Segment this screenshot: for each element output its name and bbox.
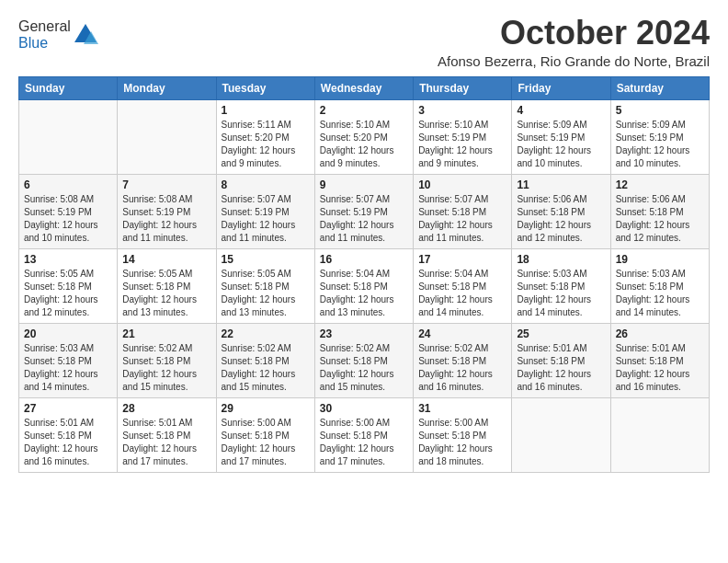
page-header: General Blue October 2024 Afonso Bezerra…	[18, 15, 710, 69]
calendar-cell: 11Sunrise: 5:06 AM Sunset: 5:18 PM Dayli…	[512, 174, 610, 248]
logo-general-text: General	[18, 18, 71, 34]
day-info: Sunrise: 5:06 AM Sunset: 5:18 PM Dayligh…	[517, 193, 605, 245]
day-number: 28	[122, 402, 210, 415]
calendar-cell: 3Sunrise: 5:10 AM Sunset: 5:19 PM Daylig…	[414, 99, 512, 174]
logo-blue-text: Blue	[18, 35, 48, 51]
calendar-week-row: 1Sunrise: 5:11 AM Sunset: 5:20 PM Daylig…	[19, 99, 710, 174]
day-of-week-header: Friday	[512, 76, 610, 99]
logo-icon	[73, 22, 98, 48]
day-info: Sunrise: 5:07 AM Sunset: 5:19 PM Dayligh…	[222, 193, 310, 245]
day-number: 15	[222, 253, 310, 266]
day-number: 11	[517, 178, 605, 191]
day-info: Sunrise: 5:02 AM Sunset: 5:18 PM Dayligh…	[222, 342, 310, 394]
title-block: October 2024 Afonso Bezerra, Rio Grande …	[438, 15, 710, 69]
calendar-cell: 14Sunrise: 5:05 AM Sunset: 5:18 PM Dayli…	[118, 248, 216, 323]
day-number: 7	[122, 178, 210, 191]
day-number: 8	[222, 178, 310, 191]
calendar-cell: 24Sunrise: 5:02 AM Sunset: 5:18 PM Dayli…	[414, 323, 512, 397]
day-number: 20	[24, 327, 112, 340]
day-of-week-header: Thursday	[414, 76, 512, 99]
day-info: Sunrise: 5:05 AM Sunset: 5:18 PM Dayligh…	[122, 268, 210, 319]
day-number: 14	[122, 253, 210, 266]
calendar-cell: 31Sunrise: 5:00 AM Sunset: 5:18 PM Dayli…	[414, 397, 512, 472]
day-number: 4	[517, 104, 605, 117]
calendar-cell: 7Sunrise: 5:08 AM Sunset: 5:19 PM Daylig…	[118, 174, 216, 248]
day-number: 6	[24, 178, 112, 191]
day-info: Sunrise: 5:10 AM Sunset: 5:19 PM Dayligh…	[418, 119, 506, 170]
day-of-week-header: Wednesday	[314, 76, 413, 99]
day-info: Sunrise: 5:01 AM Sunset: 5:18 PM Dayligh…	[122, 417, 210, 468]
calendar-cell: 28Sunrise: 5:01 AM Sunset: 5:18 PM Dayli…	[118, 397, 216, 472]
day-number: 17	[418, 253, 506, 266]
calendar-cell: 5Sunrise: 5:09 AM Sunset: 5:19 PM Daylig…	[610, 99, 709, 174]
day-info: Sunrise: 5:04 AM Sunset: 5:18 PM Dayligh…	[418, 268, 506, 319]
day-number: 30	[320, 402, 408, 415]
day-of-week-header: Monday	[118, 76, 216, 99]
calendar-cell: 18Sunrise: 5:03 AM Sunset: 5:18 PM Dayli…	[512, 248, 610, 323]
calendar-cell: 6Sunrise: 5:08 AM Sunset: 5:19 PM Daylig…	[19, 174, 118, 248]
day-number: 18	[517, 253, 605, 266]
calendar-week-row: 20Sunrise: 5:03 AM Sunset: 5:18 PM Dayli…	[19, 323, 710, 397]
calendar-cell	[512, 397, 610, 472]
day-number: 16	[320, 253, 408, 266]
day-number: 26	[616, 327, 704, 340]
day-number: 2	[320, 104, 408, 117]
day-info: Sunrise: 5:08 AM Sunset: 5:19 PM Dayligh…	[122, 193, 210, 245]
calendar-cell: 15Sunrise: 5:05 AM Sunset: 5:18 PM Dayli…	[216, 248, 314, 323]
day-number: 22	[222, 327, 310, 340]
day-number: 13	[24, 253, 112, 266]
day-number: 9	[320, 178, 408, 191]
day-number: 3	[418, 104, 506, 117]
calendar-cell: 10Sunrise: 5:07 AM Sunset: 5:18 PM Dayli…	[414, 174, 512, 248]
day-info: Sunrise: 5:06 AM Sunset: 5:18 PM Dayligh…	[616, 193, 704, 245]
calendar-cell: 13Sunrise: 5:05 AM Sunset: 5:18 PM Dayli…	[19, 248, 118, 323]
day-info: Sunrise: 5:09 AM Sunset: 5:19 PM Dayligh…	[517, 119, 605, 170]
day-info: Sunrise: 5:02 AM Sunset: 5:18 PM Dayligh…	[418, 342, 506, 394]
day-info: Sunrise: 5:03 AM Sunset: 5:18 PM Dayligh…	[616, 268, 704, 319]
day-number: 25	[517, 327, 605, 340]
calendar-cell: 2Sunrise: 5:10 AM Sunset: 5:20 PM Daylig…	[314, 99, 413, 174]
calendar-cell: 4Sunrise: 5:09 AM Sunset: 5:19 PM Daylig…	[512, 99, 610, 174]
day-of-week-header: Saturday	[610, 76, 709, 99]
day-number: 1	[222, 104, 310, 117]
calendar-week-row: 6Sunrise: 5:08 AM Sunset: 5:19 PM Daylig…	[19, 174, 710, 248]
calendar-table: SundayMondayTuesdayWednesdayThursdayFrid…	[18, 76, 710, 473]
day-info: Sunrise: 5:01 AM Sunset: 5:18 PM Dayligh…	[517, 342, 605, 394]
calendar-cell: 23Sunrise: 5:02 AM Sunset: 5:18 PM Dayli…	[314, 323, 413, 397]
calendar-week-row: 13Sunrise: 5:05 AM Sunset: 5:18 PM Dayli…	[19, 248, 710, 323]
day-info: Sunrise: 5:11 AM Sunset: 5:20 PM Dayligh…	[222, 119, 310, 170]
calendar-cell: 8Sunrise: 5:07 AM Sunset: 5:19 PM Daylig…	[216, 174, 314, 248]
day-info: Sunrise: 5:05 AM Sunset: 5:18 PM Dayligh…	[24, 268, 112, 319]
calendar-cell: 27Sunrise: 5:01 AM Sunset: 5:18 PM Dayli…	[19, 397, 118, 472]
day-info: Sunrise: 5:00 AM Sunset: 5:18 PM Dayligh…	[222, 417, 310, 468]
calendar-cell: 22Sunrise: 5:02 AM Sunset: 5:18 PM Dayli…	[216, 323, 314, 397]
day-number: 23	[320, 327, 408, 340]
calendar-cell: 16Sunrise: 5:04 AM Sunset: 5:18 PM Dayli…	[314, 248, 413, 323]
calendar-cell	[610, 397, 709, 472]
logo: General Blue	[18, 18, 98, 52]
month-title: October 2024	[438, 15, 710, 52]
calendar-cell	[19, 99, 118, 174]
day-number: 27	[24, 402, 112, 415]
day-number: 5	[616, 104, 704, 117]
day-number: 19	[616, 253, 704, 266]
calendar-cell: 9Sunrise: 5:07 AM Sunset: 5:19 PM Daylig…	[314, 174, 413, 248]
day-number: 10	[418, 178, 506, 191]
day-info: Sunrise: 5:00 AM Sunset: 5:18 PM Dayligh…	[320, 417, 408, 468]
day-of-week-header: Tuesday	[216, 76, 314, 99]
day-number: 24	[418, 327, 506, 340]
day-info: Sunrise: 5:08 AM Sunset: 5:19 PM Dayligh…	[24, 193, 112, 245]
day-info: Sunrise: 5:07 AM Sunset: 5:19 PM Dayligh…	[320, 193, 408, 245]
calendar-cell: 20Sunrise: 5:03 AM Sunset: 5:18 PM Dayli…	[19, 323, 118, 397]
day-info: Sunrise: 5:05 AM Sunset: 5:18 PM Dayligh…	[222, 268, 310, 319]
day-number: 21	[122, 327, 210, 340]
day-info: Sunrise: 5:01 AM Sunset: 5:18 PM Dayligh…	[616, 342, 704, 394]
day-info: Sunrise: 5:02 AM Sunset: 5:18 PM Dayligh…	[320, 342, 408, 394]
calendar-cell	[118, 99, 216, 174]
day-info: Sunrise: 5:02 AM Sunset: 5:18 PM Dayligh…	[122, 342, 210, 394]
day-number: 12	[616, 178, 704, 191]
day-info: Sunrise: 5:00 AM Sunset: 5:18 PM Dayligh…	[418, 417, 506, 468]
day-of-week-header: Sunday	[19, 76, 118, 99]
day-info: Sunrise: 5:10 AM Sunset: 5:20 PM Dayligh…	[320, 119, 408, 170]
calendar-cell: 30Sunrise: 5:00 AM Sunset: 5:18 PM Dayli…	[314, 397, 413, 472]
